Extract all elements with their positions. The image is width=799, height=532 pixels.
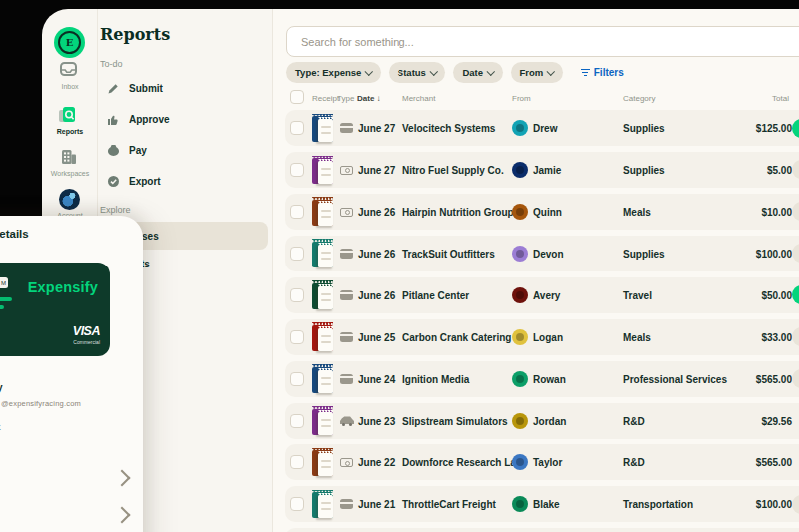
cardholder-name-fragment: y (0, 382, 3, 393)
expense-date: June 21 (358, 499, 395, 510)
table-row[interactable]: June 23Slipstream SimulatorsJordanR&D$29… (285, 403, 799, 439)
table-row[interactable]: June 25Carbon Crank CateringLoganMeals$3… (285, 319, 799, 355)
status-badge (792, 160, 799, 179)
visa-commercial-label: Commercial (73, 339, 100, 345)
expense-merchant: Slipstream Simulators (402, 415, 508, 426)
receipt-front-sheet (318, 245, 333, 267)
receipt-thumbnail[interactable] (312, 281, 333, 309)
receipt-thumbnail[interactable] (312, 114, 333, 142)
expense-category: R&D (623, 457, 645, 468)
receipt-thumbnail[interactable] (312, 490, 333, 518)
credit-card-icon (340, 499, 353, 509)
expense-category: Supplies (623, 248, 665, 259)
from-avatar (512, 329, 528, 345)
from-avatar (512, 413, 528, 429)
expense-from: Drew (533, 123, 557, 134)
receipt-front-sheet (318, 412, 333, 435)
expense-date: June 23 (358, 415, 395, 426)
expense-date: June 24 (358, 373, 395, 384)
expense-total: $33.00 (761, 331, 792, 342)
row-checkbox[interactable] (290, 163, 304, 177)
row-checkbox[interactable] (290, 414, 304, 428)
expense-from: Jordan (533, 415, 566, 426)
row-checkbox[interactable] (290, 205, 304, 219)
table-row[interactable]: June 27Nitro Fuel Supply Co.JamieSupplie… (285, 152, 799, 188)
receipt-thumbnail[interactable] (312, 240, 333, 267)
table-row[interactable]: June 21ThrottleCart FreightBlakeTranspor… (285, 486, 799, 522)
card-number-line (0, 305, 4, 309)
receipt-thumbnail[interactable] (312, 156, 333, 184)
credit-card-icon (340, 249, 353, 259)
receipt-thumbnail[interactable] (312, 323, 333, 351)
expense-category: Supplies (623, 164, 665, 175)
cash-icon (340, 166, 353, 175)
receipt-front-sheet (318, 119, 333, 142)
expense-date: June 27 (358, 164, 395, 175)
expense-merchant: Velocitech Systems (402, 123, 495, 134)
receipt-front-sheet (318, 203, 333, 226)
expense-date: June 26 (358, 289, 395, 300)
from-avatar (512, 371, 528, 387)
row-checkbox[interactable] (290, 372, 304, 386)
expense-category: Supplies (623, 123, 665, 134)
expense-from: Jamie (533, 164, 561, 175)
from-avatar (512, 454, 528, 470)
from-avatar (512, 246, 528, 262)
receipt-thumbnail[interactable] (312, 198, 333, 226)
row-checkbox[interactable] (290, 121, 304, 135)
expense-from: Blake (533, 499, 560, 510)
expense-merchant: ThrottleCart Freight (402, 499, 496, 510)
table-row[interactable]: June 22Downforce Research LabTaylorR&D$5… (285, 444, 799, 480)
status-badge (792, 202, 799, 221)
overlay-detail-fragment: t (0, 422, 1, 432)
expense-category: Travel (623, 289, 652, 300)
card-brand-wordmark: Expensify (28, 279, 98, 295)
receipt-thumbnail[interactable] (312, 407, 333, 435)
expense-merchant: TrackSuit Outfitters (402, 248, 495, 259)
table-row[interactable]: June 26Hairpin Nutrition GroupQuinnMeals… (285, 194, 799, 230)
expensify-visa-card: Expensify M VISA Commercial (0, 263, 110, 356)
expense-category: Transportation (623, 499, 693, 510)
table-row[interactable]: June 27Velocitech SystemsDrewSupplies$12… (285, 110, 799, 146)
status-badge (792, 495, 799, 514)
row-checkbox[interactable] (290, 247, 304, 261)
screenshot-stage: E Inbox Reports Workspaces Account Repor… (0, 0, 799, 532)
expense-from: Taylor (533, 457, 562, 468)
receipt-thumbnail[interactable] (312, 448, 333, 476)
cash-icon (340, 208, 353, 217)
expense-from: Avery (533, 289, 560, 300)
expense-merchant: Hairpin Nutrition Group (402, 206, 514, 217)
status-badge (792, 285, 799, 304)
credit-card-icon (340, 290, 353, 300)
expense-date: June 25 (358, 331, 395, 342)
expense-category: R&D (623, 415, 645, 426)
status-badge (792, 119, 799, 138)
expense-merchant: Ignition Media (402, 373, 469, 384)
expense-date: June 27 (358, 123, 395, 134)
visa-logo: VISA (73, 324, 100, 338)
row-checkbox[interactable] (290, 288, 304, 302)
expense-total: $10.00 (761, 206, 792, 217)
table-row[interactable]: June 24Ignition MediaRowanProfessional S… (285, 361, 799, 397)
cardholder-email: @expensifyracing.com (1, 399, 81, 408)
table-row[interactable]: June 26TrackSuit OutfittersDevonSupplies… (285, 236, 799, 271)
expense-total: $50.00 (761, 289, 792, 300)
table-row[interactable]: June 26Pitlane CenterAveryTravel$50.00 (285, 277, 799, 313)
expense-category: Professional Services (623, 373, 727, 384)
receipt-thumbnail[interactable] (312, 365, 333, 393)
expense-total: $29.56 (761, 415, 792, 426)
expense-from: Devon (533, 248, 564, 259)
expense-total: $125.00 (756, 123, 792, 134)
expense-total: $565.00 (756, 457, 792, 468)
row-checkbox[interactable] (290, 330, 304, 344)
row-checkbox[interactable] (290, 455, 304, 469)
status-badge (792, 327, 799, 346)
receipt-front-sheet (318, 453, 333, 476)
car-icon (340, 416, 354, 426)
credit-card-icon (340, 374, 353, 384)
receipt-front-sheet (318, 370, 333, 393)
expense-merchant: Nitro Fuel Supply Co. (402, 164, 504, 175)
row-checkbox[interactable] (290, 497, 304, 511)
card-number-line (0, 297, 12, 301)
expense-total: $565.00 (756, 373, 792, 384)
